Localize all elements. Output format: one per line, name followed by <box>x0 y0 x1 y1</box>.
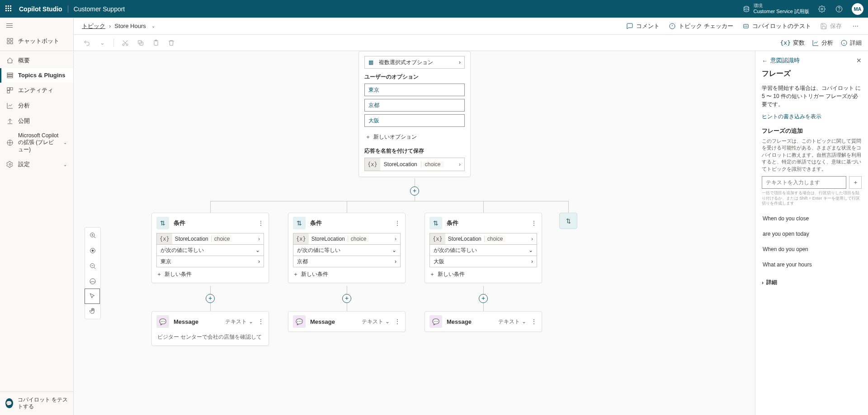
message-node-0[interactable]: 💬Messageテキスト ⌄⋮ ビジター センターで会社の店舗を確認して <box>151 311 269 346</box>
nav-topics[interactable]: Topics & Plugins <box>0 68 73 83</box>
add-node-button[interactable]: + <box>479 294 488 303</box>
nav-settings[interactable]: 設定⌄ <box>0 157 73 172</box>
environment-picker[interactable]: 環境Customer Service 試用版 <box>743 3 809 14</box>
option-input-1[interactable] <box>364 99 465 112</box>
cond-operator[interactable]: が次の値に等しい⌄ <box>293 244 401 256</box>
topic-checker-button[interactable]: トピック チェッカー <box>669 22 733 30</box>
nav-overview[interactable]: 概要 <box>0 53 73 68</box>
breadcrumb-root[interactable]: トピック <box>82 22 105 30</box>
phrase-input[interactable] <box>762 176 846 189</box>
more-menu[interactable]: ⋯ <box>851 22 860 31</box>
cond-operator[interactable]: が次の値に等しい⌄ <box>429 244 537 256</box>
panel-details-toggle[interactable]: ›詳細 <box>762 279 862 286</box>
pan-mode-button[interactable] <box>85 303 100 319</box>
node-more-menu[interactable]: ⋮ <box>258 318 264 325</box>
variables-panel-button[interactable]: {x}変数 <box>780 39 805 47</box>
zoom-in-icon <box>89 232 96 239</box>
label: 新しい条件 <box>301 270 328 278</box>
condition-node-0[interactable]: ⇅条件⋮ {x}StoreLocationchoice› が次の値に等しい⌄ 東… <box>151 213 269 283</box>
cond-variable[interactable]: {x}StoreLocationchoice› <box>293 233 401 245</box>
nav-label: 分析 <box>18 102 30 110</box>
cond-value[interactable]: 大阪› <box>429 256 537 267</box>
add-node-button[interactable]: + <box>410 187 419 196</box>
sidebar-toggle[interactable] <box>0 18 73 33</box>
comments-button[interactable]: コメント <box>626 22 660 30</box>
nav-publish[interactable]: 公開 <box>0 113 73 129</box>
zoom-fit-button[interactable] <box>85 243 100 258</box>
chevron-down-icon: ⌄ <box>63 162 67 167</box>
details-panel-button[interactable]: 詳細 <box>840 39 862 47</box>
node-more-menu[interactable]: ⋮ <box>531 318 537 325</box>
zoom-in-button[interactable] <box>85 228 100 243</box>
svg-rect-4 <box>7 38 9 41</box>
else-condition-stub[interactable]: ⇅ <box>559 213 577 229</box>
message-type-selector[interactable]: テキスト ⌄ <box>362 318 390 326</box>
add-condition-button[interactable]: ＋新しい条件 <box>293 270 401 278</box>
cond-value[interactable]: 京都› <box>293 256 401 267</box>
message-type-selector[interactable]: テキスト ⌄ <box>498 318 526 326</box>
node-more-menu[interactable]: ⋮ <box>394 318 401 325</box>
message-node-2[interactable]: 💬Messageテキスト ⌄⋮ <box>425 311 542 332</box>
cut-button[interactable] <box>118 37 132 49</box>
label: 新しい条件 <box>165 270 192 278</box>
svg-point-3 <box>839 10 840 11</box>
add-node-button[interactable]: + <box>342 294 351 303</box>
copy-button[interactable] <box>134 37 147 49</box>
user-avatar[interactable]: MA <box>852 3 863 15</box>
cond-value[interactable]: 東京› <box>156 256 264 267</box>
cond-variable[interactable]: {x}StoreLocationchoice› <box>156 233 264 245</box>
test-bot-button[interactable]: 💬 コパイロット をテストする <box>0 392 73 415</box>
paste-button[interactable] <box>149 37 163 49</box>
phrase-item[interactable]: are you open today <box>762 226 862 242</box>
undo-menu[interactable]: ⌄ <box>95 37 109 49</box>
cond-operator[interactable]: が次の値に等しい⌄ <box>156 244 264 256</box>
select-mode-button[interactable] <box>85 289 100 304</box>
authoring-canvas[interactable]: ▦複数選択式オプション › ユーザーのオプション ＋新しいオプション 応答を名前… <box>74 51 755 415</box>
undo-button[interactable] <box>80 37 94 49</box>
nav-chatbots[interactable]: チャットボット <box>0 33 73 49</box>
option-input-0[interactable] <box>364 84 465 96</box>
add-option-button[interactable]: ＋新しいオプション <box>364 131 465 143</box>
phrase-item[interactable]: When do you open <box>762 242 862 257</box>
option-input-2[interactable] <box>364 114 465 127</box>
minimap-button[interactable] <box>85 274 100 289</box>
svg-point-1 <box>821 8 823 10</box>
nav-entities[interactable]: エンティティ <box>0 83 73 98</box>
add-phrase-button[interactable]: ＋ <box>849 176 862 189</box>
message-node-1[interactable]: 💬Messageテキスト ⌄⋮ <box>288 311 406 332</box>
save-button[interactable]: 保存 <box>820 22 842 30</box>
help-icon[interactable] <box>835 5 844 14</box>
message-type-selector[interactable]: テキスト ⌄ <box>225 318 253 326</box>
main: トピック › Store Hours ⌄ コメント トピック チェッカー コパイ… <box>74 18 868 415</box>
app-launcher-icon[interactable] <box>5 5 14 14</box>
var-name: StoreLocation <box>309 236 348 242</box>
phrase-item[interactable]: When do you close <box>762 211 862 226</box>
show-hints-link[interactable]: ヒントの書き込みを表示 <box>762 113 862 121</box>
zoom-out-button[interactable] <box>85 258 100 274</box>
analytics-panel-button[interactable]: 分析 <box>812 39 833 47</box>
nav-copilot-ext[interactable]: Microsoft Copilot の拡張 (プレビュー)⌄ <box>0 129 73 157</box>
test-copilot-button[interactable]: コパイロットのテスト <box>742 22 811 30</box>
delete-button[interactable] <box>165 37 178 49</box>
node-more-menu[interactable]: ⋮ <box>531 219 537 227</box>
app-title[interactable]: Customer Support <box>68 5 125 13</box>
panel-back-button[interactable]: ←意図認識時 <box>762 56 800 65</box>
add-condition-button[interactable]: ＋新しい条件 <box>156 270 264 278</box>
identify-selector[interactable]: ▦複数選択式オプション › <box>364 56 465 69</box>
phrase-item[interactable]: What are your hours <box>762 257 862 272</box>
panel-close-button[interactable]: ✕ <box>856 57 862 64</box>
response-variable[interactable]: {x} StoreLocation choice › <box>364 158 465 171</box>
question-node[interactable]: ▦複数選択式オプション › ユーザーのオプション ＋新しいオプション 応答を名前… <box>359 51 471 177</box>
cond-variable[interactable]: {x}StoreLocationchoice› <box>429 233 537 245</box>
node-more-menu[interactable]: ⋮ <box>258 219 264 227</box>
nav-analytics[interactable]: 分析 <box>0 98 73 113</box>
condition-node-1[interactable]: ⇅条件⋮ {x}StoreLocationchoice› が次の値に等しい⌄ 京… <box>288 213 406 283</box>
settings-icon[interactable] <box>817 5 826 14</box>
topic-switch-chevron[interactable]: ⌄ <box>151 23 155 28</box>
node-more-menu[interactable]: ⋮ <box>394 219 401 227</box>
add-condition-button[interactable]: ＋新しい条件 <box>429 270 537 278</box>
add-node-button[interactable]: + <box>206 294 215 303</box>
condition-node-2[interactable]: ⇅条件⋮ {x}StoreLocationchoice› が次の値に等しい⌄ 大… <box>425 213 542 283</box>
var-type: choice <box>211 236 233 242</box>
var-type: choice <box>421 161 444 168</box>
